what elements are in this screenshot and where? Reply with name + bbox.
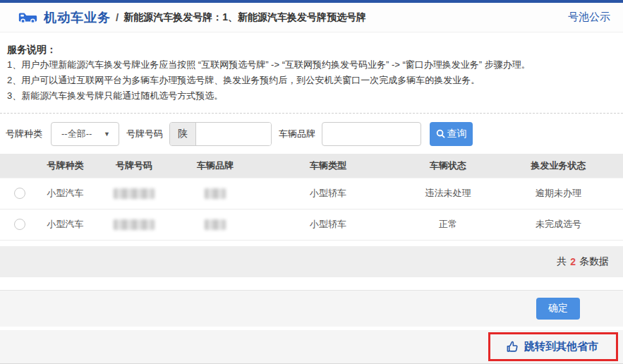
row-1-vehicle-type: 小型轿车 [254, 178, 402, 209]
search-button-label: 查询 [447, 128, 467, 140]
notice-item-3: 3、新能源汽车换发号牌只能通过随机选号方式预选。 [7, 88, 615, 104]
col-header-brand: 车辆品牌 [176, 154, 254, 178]
row-2-redacted-plate-number [114, 219, 155, 230]
plate-type-select[interactable]: --全部-- ▼ [51, 122, 119, 146]
row-1-redacted-plate-number [114, 188, 155, 199]
result-summary: 共 2 条数据 [0, 246, 623, 277]
pool-publicity-link[interactable]: 号池公示 [568, 11, 610, 24]
table-header-row: 号牌种类 号牌号码 车辆品牌 车辆类型 车辆状态 换发业务状态 [0, 154, 623, 178]
jump-link-highlight-box[interactable]: 跳转到其他省市 [488, 332, 618, 361]
jump-other-province-link: 跳转到其他省市 [524, 340, 598, 353]
summary-count: 2 [570, 256, 576, 267]
summary-prefix: 共 [557, 255, 567, 268]
chevron-down-icon: ▼ [104, 131, 110, 138]
confirm-button[interactable]: 确定 [536, 298, 580, 320]
plate-type-label: 号牌种类 [6, 128, 42, 140]
page-title: 机动车业务 [44, 9, 111, 26]
plate-type-selected-value: --全部-- [61, 128, 92, 140]
notice-item-1: 1、用户办理新能源汽车换发号牌业务应当按照 “互联网预选号牌” -> “互联网预… [7, 57, 615, 73]
service-notice: 服务说明： 1、用户办理新能源汽车换发号牌业务应当按照 “互联网预选号牌” ->… [0, 32, 623, 108]
truck-icon [18, 10, 37, 25]
row-2-plate-type: 小型汽车 [39, 209, 92, 240]
summary-suffix: 条数据 [579, 255, 609, 268]
page: 机动车业务 / 新能源汽车换发号牌：1、新能源汽车换发号牌预选号牌 号池公示 服… [0, 0, 623, 364]
notice-item-2: 2、用户可以通过互联网平台为多辆车办理预选号牌、换发业务预约后，到公安机关窗口一… [7, 73, 615, 88]
plate-number-group: 陕 [169, 122, 272, 146]
row-1-business-status: 逾期未办理 [494, 178, 623, 209]
thumb-jump-icon [506, 340, 519, 353]
col-header-vehicle-type: 车辆类型 [254, 154, 402, 178]
radio-column-header [0, 154, 39, 178]
row-1-vehicle-status: 违法未处理 [402, 178, 494, 209]
header: 机动车业务 / 新能源汽车换发号牌：1、新能源汽车换发号牌预选号牌 号池公示 [0, 3, 623, 32]
col-header-vehicle-status: 车辆状态 [402, 154, 494, 178]
breadcrumb-separator: / [116, 11, 119, 23]
vehicle-brand-label: 车辆品牌 [279, 128, 315, 140]
table-row: 小型汽车 小型轿车 正常 未完成选号 [0, 209, 623, 240]
col-header-plate-number: 号牌号码 [92, 154, 176, 178]
col-header-plate-type: 号牌种类 [39, 154, 92, 178]
search-icon [436, 129, 445, 138]
breadcrumb: 新能源汽车换发号牌：1、新能源汽车换发号牌预选号牌 [123, 11, 366, 24]
confirm-bar: 确定 [0, 290, 623, 327]
plate-number-label: 号牌号码 [126, 128, 163, 140]
row-2-business-status: 未完成选号 [494, 209, 623, 240]
row-2-radio[interactable] [14, 219, 25, 230]
search-button[interactable]: 查询 [430, 122, 473, 146]
plate-number-input[interactable] [196, 123, 271, 145]
row-2-vehicle-type: 小型轿车 [254, 209, 402, 240]
row-1-plate-type: 小型汽车 [39, 178, 92, 209]
filter-bar: 号牌种类 --全部-- ▼ 号牌号码 陕 车辆品牌 查询 [0, 114, 623, 154]
vehicle-table: 号牌种类 号牌号码 车辆品牌 车辆类型 车辆状态 换发业务状态 小型汽车 小型轿… [0, 154, 623, 241]
col-header-business-status: 换发业务状态 [494, 154, 623, 178]
table-row: 小型汽车 小型轿车 违法未处理 逾期未办理 [0, 178, 623, 209]
jump-bar: 跳转到其他省市 [0, 330, 623, 364]
plate-province-prefix: 陕 [170, 123, 196, 145]
spacer [0, 277, 623, 290]
row-2-vehicle-status: 正常 [402, 209, 494, 240]
row-1-redacted-brand [205, 188, 226, 199]
notice-title: 服务说明： [7, 42, 615, 57]
vehicle-brand-input[interactable] [322, 122, 421, 146]
row-2-redacted-brand [205, 219, 226, 230]
row-1-radio[interactable] [14, 188, 25, 199]
